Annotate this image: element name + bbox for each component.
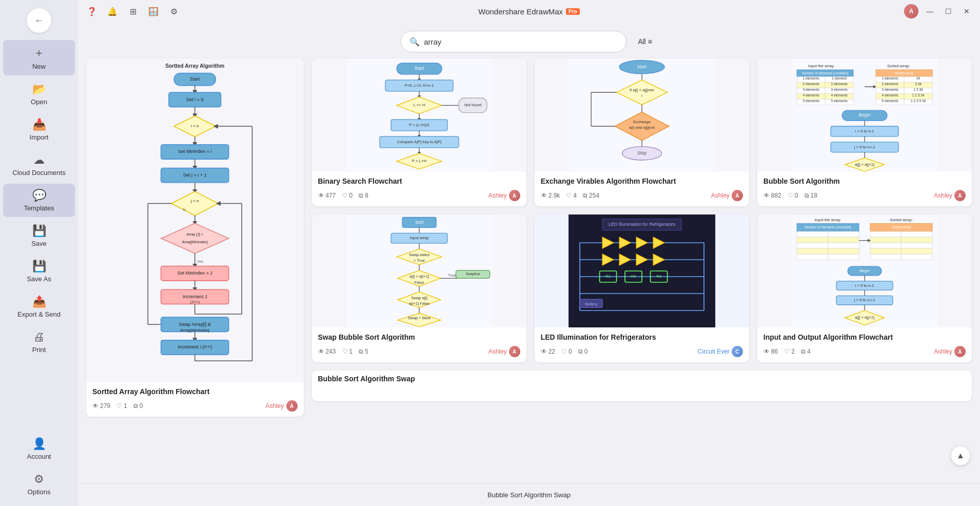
filter-button[interactable]: All ≡	[633, 34, 657, 49]
author-avatar-sortted: A	[286, 400, 298, 412]
svg-text:True: True	[448, 273, 456, 278]
sidebar-item-templates[interactable]: 💬 Templates	[3, 184, 75, 217]
author-led: Circuit Ever C	[698, 346, 743, 357]
sidebar-item-label-save: Save	[31, 240, 47, 247]
search-wrapper: 🔍 All ≡	[86, 23, 972, 59]
card-bubble-sort[interactable]: Input the array: Sorted array: Number of…	[757, 59, 972, 206]
card-image-io: Input the array: Number of elements (con…	[757, 215, 972, 327]
help-icon[interactable]: ❓	[84, 4, 100, 19]
likes-led: ♡ 0	[561, 348, 572, 355]
svg-text:4 elements: 4 elements	[802, 93, 819, 97]
templates-icon: 💬	[32, 189, 46, 202]
search-icon: 🔍	[409, 37, 420, 47]
svg-text:3 elements: 3 elements	[881, 88, 898, 91]
svg-rect-207	[797, 248, 828, 254]
sidebar-item-cloud[interactable]: ☁ Cloud Documents	[3, 148, 75, 182]
svg-text:1 2 3 5 34: 1 2 3 5 34	[911, 99, 926, 103]
user-avatar[interactable]: A	[904, 4, 918, 18]
svg-text:Set i = 0: Set i = 0	[186, 97, 204, 102]
sidebar-item-export[interactable]: 📤 Export & Send	[3, 290, 75, 323]
options-icon: ⚙	[34, 473, 44, 486]
close-button[interactable]: ✕	[959, 4, 974, 18]
sidebar-item-label-print: Print	[32, 346, 46, 354]
settings-icon[interactable]: ⚙	[166, 4, 182, 19]
svg-rect-217	[901, 237, 932, 243]
save-icon: 💾	[32, 224, 46, 238]
card-binary-search[interactable]: Start P=0, L=0, H=n-1 L <= H Not f	[312, 59, 526, 206]
sidebar-item-save[interactable]: 💾 Save	[3, 219, 75, 252]
window-icon[interactable]: 🪟	[146, 4, 161, 19]
svg-text:j < n: j < n	[190, 199, 199, 203]
svg-text:L <= H: L <= H	[413, 103, 425, 107]
sidebar-item-save-as[interactable]: 💾 Save As	[3, 255, 75, 288]
cards-grid-right: Start P=0, L=0, H=n-1 L <= H Not f	[312, 59, 972, 401]
card-meta-sortted: 👁 279 ♡ 1 ⧉ 0 Ashley A	[92, 400, 298, 412]
svg-text:5 elements: 5 elements	[881, 99, 898, 103]
likes-exchange: ♡ 4	[566, 192, 577, 199]
card-body-exchange: Exchange Virables Algorithm Flowchart 👁 …	[535, 171, 749, 206]
svg-text:Not found: Not found	[464, 103, 481, 107]
copies-bubble: ⧉ 18	[805, 192, 817, 199]
import-icon: 📥	[32, 118, 46, 131]
card-led[interactable]: LED Illumination for Refrigerators	[535, 215, 749, 362]
heart-icon: ♡	[342, 192, 348, 199]
svg-text:Sorted array: Sorted array	[892, 225, 911, 229]
sidebar-item-label-cloud: Cloud Documents	[12, 169, 65, 177]
bell-icon[interactable]: 🔔	[105, 4, 120, 19]
sidebar-item-import[interactable]: 📥 Import	[3, 113, 75, 146]
copies-binary: ⧉ 8	[359, 192, 368, 199]
new-icon: ＋	[33, 45, 45, 61]
scroll-top-button[interactable]: ▲	[951, 446, 970, 465]
svg-text:P > L+H: P > L+H	[412, 159, 426, 163]
card-title-swap: Swap Bubble Sort Algorithm	[318, 333, 520, 342]
sidebar-item-label-save-as: Save As	[27, 275, 51, 283]
author-avatar-bubble: A	[954, 190, 966, 201]
sidebar-item-label-open: Open	[31, 98, 47, 106]
save-as-icon: 💾	[32, 260, 46, 273]
svg-text:3 34: 3 34	[915, 82, 922, 86]
svg-text:= True: = True	[414, 258, 425, 263]
author-exchange: Ashley A	[711, 190, 743, 201]
svg-text:4 elements: 4 elements	[831, 93, 848, 97]
svg-text:i: i	[641, 93, 642, 98]
maximize-button[interactable]: ☐	[941, 4, 955, 18]
sidebar-item-new[interactable]: ＋ New	[3, 40, 75, 75]
card-image-bubble: Input the array: Sorted array: Number of…	[757, 59, 972, 171]
card-sortted-array[interactable]: Sortted Array Algorithm Start Set i = 0	[86, 59, 304, 417]
svg-text:1 elements: 1 elements	[802, 76, 819, 80]
titlebar-controls: A — ☐ ✕	[904, 4, 974, 18]
copies-led: ⧉ 0	[578, 348, 588, 355]
cloud-icon: ☁	[33, 153, 45, 167]
titlebar: ❓ 🔔 ⊞ 🪟 ⚙ Wondershare EdrawMax Pro A — ☐…	[78, 0, 980, 23]
sidebar-item-account[interactable]: 👤 Account	[3, 432, 75, 465]
card-title-partial: Bubble Sort Algorithm Swap	[318, 375, 966, 383]
card-exchange[interactable]: Start if a[i] < a[j]min i Exchange a(i) …	[535, 59, 749, 206]
sidebar-item-open[interactable]: 📂 Open	[3, 77, 75, 111]
svg-rect-220	[870, 248, 901, 254]
svg-text:1 3 34: 1 3 34	[913, 88, 923, 91]
sidebar-item-options[interactable]: ⚙ Options	[3, 468, 75, 501]
search-input[interactable]	[424, 37, 618, 46]
card-input-output[interactable]: Input the array: Number of elements (con…	[757, 215, 972, 362]
svg-text:Number of elements (constant): Number of elements (constant)	[805, 225, 851, 229]
svg-rect-208	[828, 248, 859, 254]
back-button[interactable]: ←	[27, 8, 51, 33]
apps-icon[interactable]: ⊞	[125, 4, 141, 19]
author-binary: Ashley A	[488, 190, 520, 201]
copies-exchange: ⧉ 254	[583, 192, 599, 199]
card-partial-inner: Bubble Sort Algorithm Swap	[312, 371, 972, 387]
svg-text:Set MinIndex = i: Set MinIndex = i	[178, 149, 212, 154]
bottom-status: Bubble Sort Algorithm Swap	[78, 483, 980, 506]
svg-text:Set MinIndex = J: Set MinIndex = J	[178, 270, 212, 276]
svg-rect-204	[828, 237, 859, 243]
card-bubble-swap-partial[interactable]: Bubble Sort Algorithm Swap	[312, 371, 972, 401]
sidebar-item-print[interactable]: 🖨 Print	[3, 325, 75, 359]
svg-text:a(i) and a[j]min: a(i) and a[j]min	[629, 125, 655, 130]
likes-swap: ♡ 1	[342, 348, 353, 355]
svg-rect-209	[797, 254, 828, 260]
eye-icon: 👁	[763, 192, 770, 199]
svg-text:R3: R3	[656, 274, 661, 279]
svg-text:i = 0 to n-1: i = 0 to n-1	[855, 129, 874, 133]
card-swap-bubble[interactable]: Sort Input array Swap-bales = True	[312, 215, 526, 362]
minimize-button[interactable]: —	[923, 4, 937, 18]
